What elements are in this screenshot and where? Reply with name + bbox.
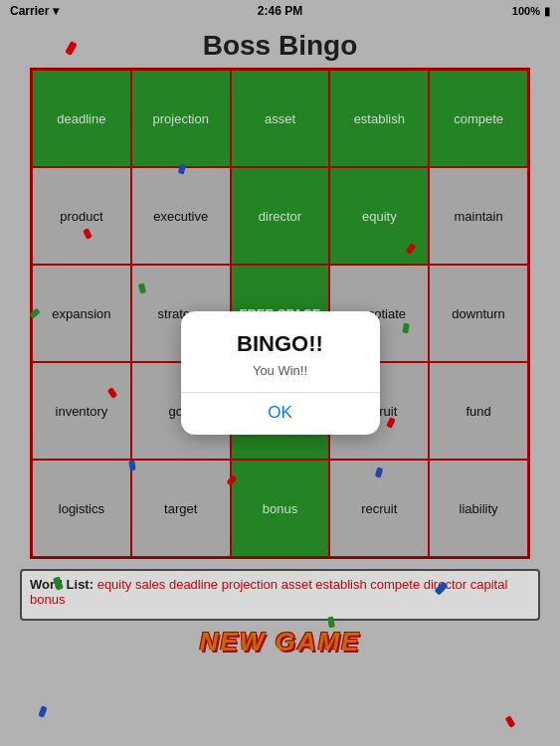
modal-title: BINGO!! [197, 331, 364, 357]
modal-ok-button[interactable]: OK [197, 393, 364, 425]
modal-overlay: BINGO!! You Win!! OK [0, 0, 560, 746]
modal-subtitle: You Win!! [197, 363, 364, 378]
modal-box: BINGO!! You Win!! OK [181, 311, 380, 435]
